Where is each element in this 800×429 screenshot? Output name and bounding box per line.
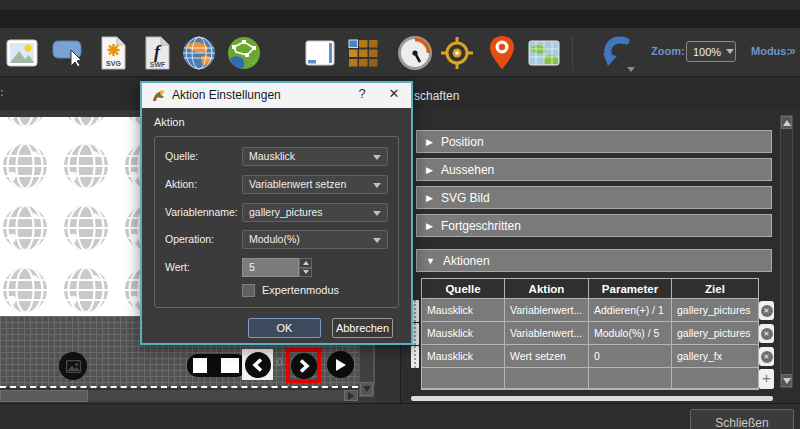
play-button-widget[interactable] <box>327 351 354 378</box>
quelle-dropdown[interactable]: Mausklick <box>242 147 388 166</box>
chevron-down-icon <box>373 155 381 160</box>
wert-label: Wert: <box>165 261 190 273</box>
expertenmodus-checkbox[interactable] <box>242 284 255 297</box>
panel-horizontal-scroll-thumb[interactable] <box>411 396 773 401</box>
actions-table-header: Quelle Aktion Parameter Ziel <box>422 279 758 299</box>
network-globe-button[interactable] <box>225 33 263 73</box>
abbrechen-button[interactable]: Abbrechen <box>332 318 393 338</box>
dialog-close-button[interactable]: ✕ <box>382 86 406 105</box>
selection-dashed-line <box>0 386 358 388</box>
quelle-value: Mausklick <box>249 150 295 162</box>
aktion-dropdown[interactable]: Variablenwert setzen <box>242 175 388 194</box>
scroll-down-button[interactable] <box>781 374 792 387</box>
arrow-right-icon <box>348 392 354 400</box>
gauge-icon <box>398 36 432 70</box>
properties-panel: ▶ Position ▶ Aussehen ▶ SVG Bild ▶ Fortg… <box>400 110 800 403</box>
svg-file-button[interactable]: SVG <box>94 33 132 73</box>
tab-eigenschaften-partial[interactable]: schaften <box>414 89 459 103</box>
gallery-widget-badge[interactable] <box>59 352 87 380</box>
panel-vertical-scrollbar[interactable] <box>780 115 793 388</box>
window-tool-button[interactable] <box>301 33 339 73</box>
operation-dropdown[interactable]: Modulo(%) <box>242 230 388 249</box>
arrow-up-icon <box>783 120 791 126</box>
column-header: Quelle <box>422 279 505 299</box>
modus-expand-chevrons[interactable]: » <box>789 44 795 58</box>
chevron-left-icon <box>252 358 264 372</box>
row-drag-handle[interactable] <box>411 346 419 368</box>
wert-input[interactable]: 5 <box>242 258 299 277</box>
circle-x-icon: ✕ <box>761 351 773 363</box>
chevron-down-icon <box>373 183 381 188</box>
add-action-button[interactable]: + <box>759 369 774 389</box>
horizontal-scroll-thumb[interactable] <box>0 390 88 402</box>
delete-row-button[interactable]: ✕ <box>759 324 774 343</box>
spin-up-button[interactable] <box>299 258 312 268</box>
wert-spinner <box>299 258 312 277</box>
footer-bar: Schließen <box>0 403 800 429</box>
schliessen-button[interactable]: Schließen <box>690 409 794 429</box>
aktion-einstellungen-dialog: Aktion Einstellungen ? ✕ Aktion Quelle: … <box>140 81 413 345</box>
aktion-value: Variablenwert setzen <box>249 178 346 190</box>
cell-parameter: Modulo(%) / 5 <box>589 322 672 345</box>
variablenname-dropdown[interactable]: gallery_pictures <box>242 203 388 222</box>
grid-tool-button[interactable] <box>344 33 382 73</box>
section-position[interactable]: ▶ Position <box>416 130 772 153</box>
delete-row-button[interactable]: ✕ <box>759 347 774 366</box>
next-button-widget[interactable] <box>291 353 317 379</box>
page-indicator-widget[interactable] <box>187 354 247 377</box>
globe-placeholder-icon <box>1 204 49 252</box>
delete-row-button[interactable]: ✕ <box>759 301 774 320</box>
image-tool-button[interactable] <box>3 33 41 73</box>
zoom-select[interactable]: 100% <box>686 41 736 62</box>
page-indicator-segment <box>193 358 207 373</box>
dialog-title: Aktion Einstellungen <box>172 88 281 102</box>
button-tool-button[interactable] <box>49 33 87 73</box>
next-button-red-highlight <box>286 348 321 383</box>
dialog-help-button[interactable]: ? <box>352 86 372 105</box>
expertenmodus-label: Expertenmodus <box>262 284 339 296</box>
map-tool-button[interactable] <box>525 33 563 73</box>
section-label: SVG Bild <box>441 191 490 205</box>
scroll-down-button[interactable] <box>360 382 373 396</box>
section-label: Fortgeschritten <box>441 219 521 233</box>
group-title: Aktion <box>154 116 185 128</box>
gauge-tool-button[interactable] <box>396 33 434 73</box>
window-top-strip <box>0 0 800 10</box>
target-tool-button[interactable] <box>438 33 476 73</box>
collapsed-triangle-icon: ▶ <box>426 193 433 203</box>
section-svg-bild[interactable]: ▶ SVG Bild <box>416 186 772 209</box>
undo-button[interactable] <box>594 33 638 73</box>
swf-file-icon: f SWF <box>142 36 172 70</box>
map-pin-button[interactable] <box>483 33 521 73</box>
ok-button[interactable]: OK <box>248 318 321 338</box>
canvas-vertical-scrollbar[interactable] <box>359 345 374 397</box>
spin-down-button[interactable] <box>299 268 312 278</box>
prev-button-widget[interactable] <box>245 352 271 378</box>
swf-file-button[interactable]: f SWF <box>138 33 176 73</box>
section-fortgeschritten[interactable]: ▶ Fortgeschritten <box>416 214 772 237</box>
scroll-up-button[interactable] <box>781 116 792 129</box>
page-indicator-segment <box>221 358 239 373</box>
section-aktionen[interactable]: ▼ Aktionen <box>416 249 772 272</box>
canvas-horizontal-scrollbar[interactable] <box>0 389 358 401</box>
table-row[interactable]: Mausklick Variablenwert... Modulo(%) / 5… <box>422 322 758 345</box>
aktion-label: Aktion: <box>165 178 197 190</box>
cell-aktion: Variablenwert... <box>505 299 589 322</box>
chevron-right-icon <box>298 359 310 373</box>
network-globe-icon <box>227 36 261 70</box>
coordinate-partial-text: :0 <box>274 357 282 368</box>
table-row[interactable]: Mausklick Variablenwert... Addieren(+) /… <box>422 299 758 322</box>
dialog-title-bar[interactable]: Aktion Einstellungen ? ✕ <box>142 83 411 108</box>
cell-ziel: gallery_pictures <box>672 322 758 345</box>
quelle-label: Quelle: <box>165 150 198 162</box>
svg-text:SWF: SWF <box>150 61 166 68</box>
main-toolbar: SVG f SWF <box>0 28 800 77</box>
scroll-right-button[interactable] <box>344 390 358 401</box>
section-aussehen[interactable]: ▶ Aussehen <box>416 158 772 181</box>
section-label: Position <box>441 135 484 149</box>
globe-tool-button[interactable] <box>180 33 218 73</box>
globe-icon <box>182 36 216 70</box>
circle-x-icon: ✕ <box>761 328 773 340</box>
column-header: Aktion <box>505 279 589 299</box>
table-row[interactable]: Mausklick Wert setzen 0 gallery_fx <box>422 345 758 368</box>
